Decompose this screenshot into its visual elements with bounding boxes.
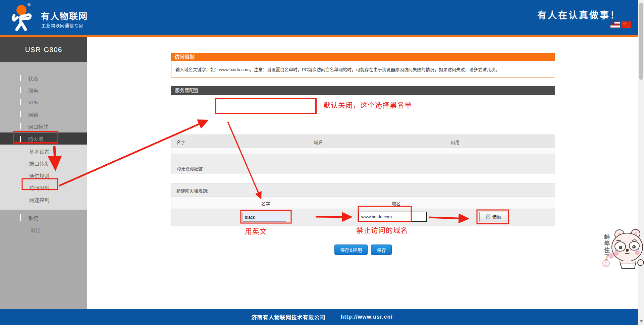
empty-config-text: 尚无任何配置 — [171, 165, 203, 172]
header-motto: 有人在认真做事！ — [537, 8, 621, 21]
chinese-language-flag-icon[interactable] — [622, 21, 631, 28]
chevron-right-icon — [20, 112, 21, 117]
sidebar-item-label: 防火墙 — [28, 135, 43, 142]
chevron-right-icon — [20, 215, 21, 221]
chevron-down-icon — [20, 136, 21, 142]
sidebar-item-vpn[interactable]: VPN — [0, 96, 87, 108]
usr-person-logo-icon — [7, 3, 38, 32]
device-title-block: USR-G806 — [0, 37, 87, 62]
column-header-domain: 域名 — [392, 200, 400, 207]
new-rule-table: 新建防火墙规则: 名字 域名 添加 — [171, 183, 555, 226]
english-language-flag-icon[interactable] — [610, 21, 620, 28]
column-header-name: 名字 — [176, 139, 185, 145]
add-rule-button[interactable]: 添加 — [479, 212, 507, 222]
new-rule-input-row: 添加 — [171, 209, 555, 226]
sidebar-item-services[interactable]: 服务 — [0, 84, 87, 96]
save-button[interactable]: 保存 — [371, 245, 392, 255]
sidebar-subitem-basic-settings[interactable]: 基本设置 — [0, 146, 87, 158]
new-rule-title-row: 新建防火墙规则: — [171, 184, 555, 197]
accent-divider — [0, 35, 644, 37]
table-row — [171, 148, 555, 154]
chevron-right-icon — [20, 100, 21, 105]
page-title: 访问限制 — [171, 53, 555, 61]
chevron-right-icon — [20, 88, 21, 93]
column-header-name: 名字 — [261, 200, 270, 207]
sidebar-item-label: 状态 — [28, 75, 38, 82]
sidebar-item-firewall[interactable]: 防火墙 — [0, 132, 87, 145]
registered-mark: ® — [28, 3, 31, 7]
server-config-title: 服务器配置 — [171, 86, 555, 95]
add-page-icon — [485, 214, 490, 219]
sidebar-subitem-access-restriction[interactable]: 访问限制 — [0, 182, 87, 194]
column-header-domain: 域名 — [314, 139, 323, 145]
sidebar-bottom-section: 系统 退出 — [0, 210, 87, 325]
sidebar: USR-G806 状态 服务 VPN 网络 网口模式 防火墙 基本设置 端口转发… — [0, 37, 87, 309]
rule-domain-input[interactable] — [359, 212, 427, 222]
sidebar-subitem-traffic-rules[interactable]: 通信规则 — [0, 170, 87, 182]
sidebar-item-label: 服务 — [28, 87, 38, 94]
brand-name: 有人物联网 — [41, 9, 88, 22]
footer-company: 济南有人物联网技术有限公司 — [251, 313, 325, 321]
device-title: USR-G806 — [25, 46, 62, 54]
rules-table-header: 名字 域名 启用 — [171, 135, 555, 148]
main-content: 访问限制 输入域名关键字，如：www.baidu.com。注意：当设置白名单时，… — [87, 37, 638, 309]
vertical-scrollbar[interactable] — [638, 0, 644, 325]
brand-slogan: 工业物联网通信专家 — [41, 22, 84, 29]
save-apply-button[interactable]: 保存&应用 — [334, 245, 368, 255]
access-restriction-panel: 访问限制 输入域名关键字，如：www.baidu.com。注意：当设置白名单时，… — [171, 53, 555, 255]
sidebar-item-network[interactable]: 网络 — [0, 108, 87, 120]
table-row-empty: 尚无任何配置 — [171, 154, 555, 174]
sidebar-subitem-speed-control[interactable]: 网速控制 — [0, 194, 87, 206]
firewall-submenu: 基本设置 端口转发 通信规则 访问限制 网速控制 — [0, 145, 87, 210]
column-header-enable: 启用 — [451, 139, 460, 145]
sidebar-item-label: 系统 — [28, 214, 38, 221]
rule-name-input[interactable] — [243, 213, 286, 222]
brand-logo: ® 有人物联网 工业物联网通信专家 — [7, 3, 118, 33]
chevron-right-icon — [20, 124, 21, 129]
chevron-right-icon — [20, 75, 21, 81]
footer: 济南有人物联网技术有限公司 http://www.usr.cn/ — [0, 309, 644, 325]
top-header: ® 有人物联网 工业物联网通信专家 有人在认真做事！ — [0, 0, 644, 35]
sidebar-item-label: VPN — [28, 100, 39, 105]
add-button-label: 添加 — [492, 214, 501, 220]
sidebar-item-label: 网口模式 — [28, 123, 48, 130]
sidebar-subitem-port-forwarding[interactable]: 端口转发 — [0, 158, 87, 170]
sidebar-item-status[interactable]: 状态 — [0, 72, 87, 84]
new-rule-title: 新建防火墙规则: — [176, 187, 208, 194]
new-rule-header-row: 名字 域名 — [171, 197, 555, 209]
sidebar-item-system[interactable]: 系统 — [0, 212, 87, 224]
rules-table: 名字 域名 启用 尚无任何配置 — [171, 134, 555, 174]
notice-text: 输入域名关键字，如：www.baidu.com。注意：当设置白名单时，PC首次访… — [171, 61, 555, 77]
sidebar-item-logout[interactable]: 退出 — [0, 224, 87, 236]
sidebar-item-label: 网络 — [28, 111, 38, 118]
sidebar-item-port-mode[interactable]: 网口模式 — [0, 120, 87, 132]
mode-form-row: 方式 黑名单 — [171, 95, 555, 134]
scrollbar-thumb[interactable] — [639, 3, 643, 80]
scrollbar-down-arrow-icon[interactable] — [640, 320, 643, 323]
footer-url-link[interactable]: http://www.usr.cn/ — [340, 314, 392, 320]
